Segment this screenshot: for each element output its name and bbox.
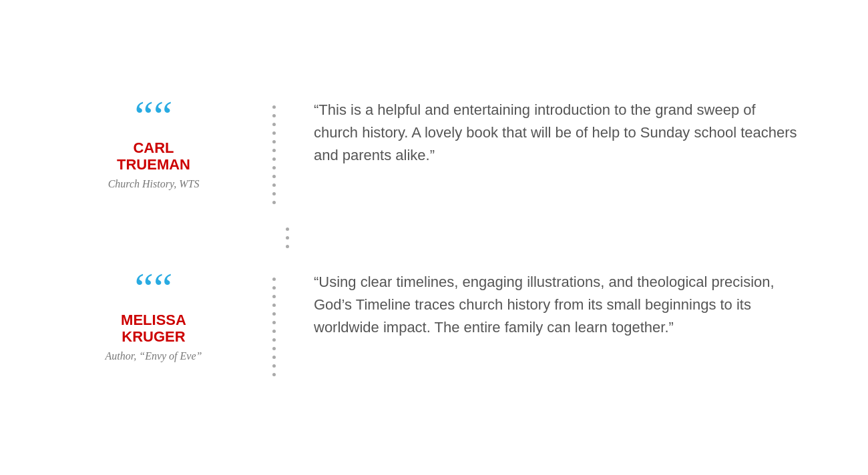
author-title-1: Church History, WTS <box>108 177 200 191</box>
dot <box>272 140 276 143</box>
dot <box>272 347 276 350</box>
dot <box>272 338 276 342</box>
dot <box>272 201 276 204</box>
dot <box>272 330 276 333</box>
dot <box>272 286 276 290</box>
dot <box>272 166 276 169</box>
dot <box>272 373 276 376</box>
author-last-2: KRUGER <box>122 328 185 345</box>
author-name-2: MELISSA KRUGER <box>121 312 186 346</box>
dot <box>272 278 276 281</box>
dot <box>272 356 276 359</box>
dot <box>272 175 276 178</box>
dot <box>272 364 276 368</box>
author-section-1: ““ CARL TRUEMAN Church History, WTS <box>67 99 254 191</box>
author-first-1: CARL <box>133 139 174 156</box>
dot <box>272 149 276 152</box>
dot <box>272 114 276 117</box>
quote-section-2: “Using clear timelines, engaging illustr… <box>294 271 801 339</box>
dot <box>272 192 276 195</box>
gap-dots <box>67 224 801 251</box>
testimonial-row-1: ““ CARL TRUEMAN Church History, WTS “Thi… <box>67 79 801 224</box>
dot <box>286 227 289 231</box>
quote-mark-1: ““ <box>135 99 173 133</box>
quote-mark-2: ““ <box>135 271 173 305</box>
quote-text-2: “Using clear timelines, engaging illustr… <box>314 271 801 339</box>
author-first-2: MELISSA <box>121 312 186 328</box>
dot <box>272 123 276 126</box>
author-last-1: TRUEMAN <box>117 156 190 173</box>
author-section-2: ““ MELISSA KRUGER Author, “Envy of Eve” <box>67 271 254 364</box>
divider-dots-1 <box>267 99 280 204</box>
quote-section-1: “This is a helpful and entertaining intr… <box>294 99 801 167</box>
dot <box>272 304 276 307</box>
author-title-2: Author, “Envy of Eve” <box>105 350 202 364</box>
dot <box>272 183 276 187</box>
dot <box>272 321 276 324</box>
dot <box>272 105 276 109</box>
dot <box>272 157 276 161</box>
dot <box>286 236 289 240</box>
author-name-1: CARL TRUEMAN <box>117 139 190 173</box>
testimonials-container: ““ CARL TRUEMAN Church History, WTS “Thi… <box>67 79 801 396</box>
testimonial-row-2: ““ MELISSA KRUGER Author, “Envy of Eve” … <box>67 251 801 396</box>
divider-dots-2 <box>267 271 280 376</box>
dot <box>286 245 289 248</box>
dot <box>272 131 276 135</box>
gap-dots-segment <box>280 224 294 251</box>
quote-text-1: “This is a helpful and entertaining intr… <box>314 99 801 167</box>
dot <box>272 295 276 298</box>
dot <box>272 312 276 316</box>
